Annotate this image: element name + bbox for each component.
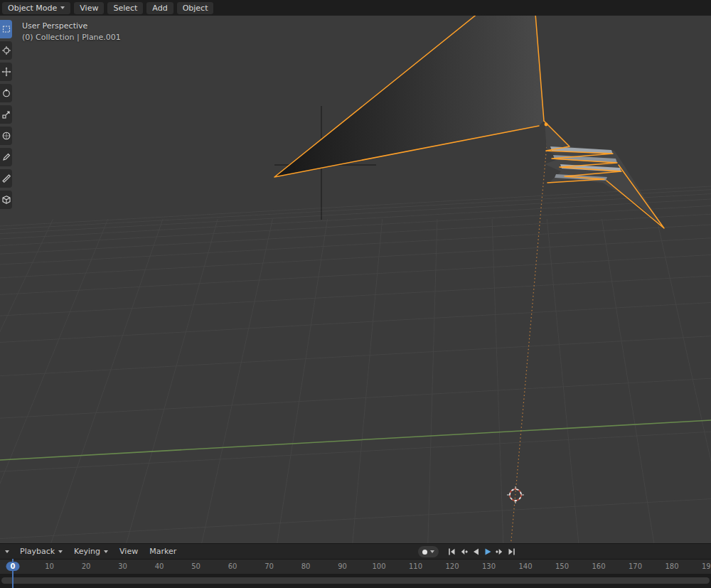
rotate-icon xyxy=(1,88,11,98)
timeline-menu-keying[interactable]: Keying xyxy=(68,545,114,559)
play-icon xyxy=(483,547,493,557)
measure-icon xyxy=(1,173,11,183)
ruler-tick-label: 30 xyxy=(118,562,127,570)
play-reverse-button[interactable] xyxy=(470,546,481,557)
ruler-tick-label: 80 xyxy=(301,562,311,570)
ruler-tick-label: 90 xyxy=(338,562,347,570)
ruler-tick-label: 100 xyxy=(372,562,385,570)
record-dot-icon xyxy=(422,550,427,555)
chevron-down-icon xyxy=(5,550,9,553)
timeline-editor: PlaybackKeyingViewMarker 0 1020304050607… xyxy=(0,543,711,588)
timeline-scroll-area xyxy=(0,574,711,588)
ruler-tick-label: 20 xyxy=(82,562,91,570)
ruler-tick-label: 110 xyxy=(409,562,422,570)
timeline-header: PlaybackKeyingViewMarker xyxy=(0,543,711,559)
ruler-tick-label: 130 xyxy=(482,562,496,570)
ruler-tick-label: 150 xyxy=(555,562,569,570)
ruler-tick-label: 140 xyxy=(518,562,532,570)
previous-keyframe-button[interactable] xyxy=(458,546,469,557)
timeline-menu-marker[interactable]: Marker xyxy=(144,545,182,559)
ruler-tick-label: 50 xyxy=(191,562,201,570)
ruler-tick-label: 70 xyxy=(264,562,274,570)
select-box-icon xyxy=(1,24,11,34)
blender-window: { "header": { "mode_dropdown_label": "Ob… xyxy=(0,0,711,588)
next-keyframe-button[interactable] xyxy=(494,546,506,557)
timeline-menu-playback[interactable]: Playback xyxy=(14,545,68,559)
viewport-3d[interactable] xyxy=(0,0,711,588)
add-cube-icon xyxy=(1,195,11,205)
object-origin-dot xyxy=(545,123,548,127)
cursor-icon xyxy=(1,46,11,55)
tool-scale[interactable] xyxy=(0,105,12,124)
play-reverse-icon xyxy=(471,547,481,557)
ruler-tick-label: 60 xyxy=(228,562,237,570)
ruler-tick-label: 120 xyxy=(445,562,459,570)
previous-keyframe-icon xyxy=(459,547,469,557)
scale-icon xyxy=(1,109,11,119)
jump-to-start-button[interactable] xyxy=(446,546,457,557)
viewport-overlay-info: User Perspective (0) Collection | Plane.… xyxy=(22,21,121,43)
selected-mesh-object[interactable] xyxy=(274,0,664,228)
menu-add[interactable]: Add xyxy=(146,2,173,14)
menu-view[interactable]: View xyxy=(74,2,104,14)
relationship-dashed-line xyxy=(507,129,548,588)
menu-object[interactable]: Object xyxy=(177,2,214,14)
tool-rotate[interactable] xyxy=(0,84,12,102)
viewport-header: Object Mode ViewSelectAddObject xyxy=(0,0,711,16)
timeline-ruler[interactable]: 0 10203040506070809010011012013014015016… xyxy=(0,559,711,574)
toolbar xyxy=(0,20,12,209)
axis-y-green-line xyxy=(0,420,711,460)
ruler-tick-label: 10 xyxy=(45,562,54,570)
tool-move[interactable] xyxy=(0,63,12,81)
editor-type-dropdown[interactable] xyxy=(1,545,13,559)
tool-select-box[interactable] xyxy=(0,20,12,38)
tool-cursor[interactable] xyxy=(0,41,12,60)
ruler-tick-label: 180 xyxy=(665,562,678,570)
timeline-menu-view[interactable]: View xyxy=(114,545,144,559)
current-frame-badge[interactable]: 0 xyxy=(6,562,20,571)
grid-floor xyxy=(0,186,711,588)
mode-dropdown-label: Object Mode xyxy=(8,4,57,12)
play-button[interactable] xyxy=(482,546,493,557)
chevron-down-icon xyxy=(104,550,108,553)
horizontal-scrollbar[interactable] xyxy=(1,577,710,584)
tool-annotate[interactable] xyxy=(0,148,12,166)
jump-to-end-icon xyxy=(507,547,517,557)
auto-key-toggle[interactable] xyxy=(418,546,439,557)
collection-breadcrumb: (0) Collection | Plane.001 xyxy=(22,32,121,43)
ruler-tick-label: 40 xyxy=(155,562,164,570)
menu-select[interactable]: Select xyxy=(107,2,143,14)
timeline-menus: PlaybackKeyingViewMarker xyxy=(14,545,182,559)
annotate-icon xyxy=(1,152,11,162)
transform-icon xyxy=(1,131,11,141)
next-keyframe-icon xyxy=(495,547,505,557)
jump-to-end-button[interactable] xyxy=(506,546,518,557)
move-icon xyxy=(1,67,11,77)
chevron-down-icon xyxy=(58,550,63,553)
mode-dropdown[interactable]: Object Mode xyxy=(2,2,70,14)
ruler-tick-label: 160 xyxy=(592,562,605,570)
ruler-tick-label: 170 xyxy=(629,562,642,570)
chevron-down-icon xyxy=(430,550,434,553)
playback-controls xyxy=(446,546,518,557)
chevron-down-icon xyxy=(60,6,65,9)
header-menus: ViewSelectAddObject xyxy=(74,2,213,14)
tool-transform[interactable] xyxy=(0,127,12,145)
tool-add-cube[interactable] xyxy=(0,191,12,209)
jump-to-start-icon xyxy=(447,547,456,557)
tool-measure[interactable] xyxy=(0,169,12,188)
view-perspective-label: User Perspective xyxy=(22,21,121,32)
ruler-tick-label: 190 xyxy=(702,562,711,570)
